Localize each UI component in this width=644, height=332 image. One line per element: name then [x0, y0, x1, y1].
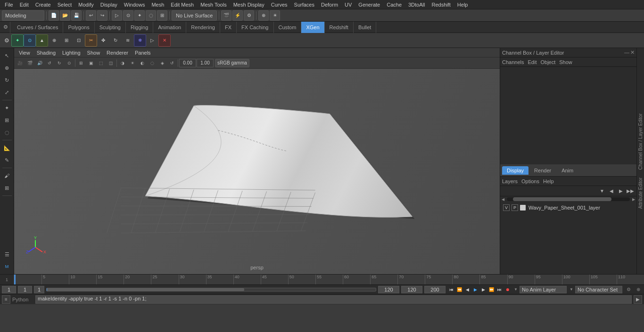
- workspace-dropdown[interactable]: Modeling: [2, 10, 44, 21]
- xgen-grab-btn[interactable]: ✤: [97, 34, 109, 47]
- menu-modify[interactable]: Modify: [75, 1, 96, 8]
- pb-play-fwd-btn[interactable]: ▶: [471, 286, 479, 293]
- vp-refresh-btn[interactable]: ↺: [167, 58, 177, 68]
- menu-create[interactable]: Create: [33, 1, 54, 8]
- light-btn[interactable]: ☀: [270, 10, 280, 21]
- cb-menu-show[interactable]: Show: [559, 59, 572, 65]
- cb-menu-object[interactable]: Object: [540, 59, 555, 65]
- xgen-create-btn[interactable]: ✦: [11, 34, 24, 47]
- tab-settings-btn[interactable]: ⚙: [1, 22, 10, 33]
- menu-uv[interactable]: UV: [342, 1, 355, 8]
- menu-edit[interactable]: Edit: [17, 1, 32, 8]
- select-btn[interactable]: ▷: [112, 10, 122, 21]
- pb-end-btn[interactable]: ⏭: [495, 286, 503, 293]
- xgen-delete-btn[interactable]: ✕: [158, 34, 171, 47]
- menu-windows[interactable]: Windows: [121, 1, 148, 8]
- layers-add-btn[interactable]: ▼: [598, 187, 606, 195]
- xgen-cut-btn[interactable]: ✂: [85, 34, 97, 47]
- menu-file[interactable]: File: [2, 1, 16, 8]
- vp-shaded-btn[interactable]: ◑: [118, 58, 127, 68]
- vp-smooth-btn[interactable]: ◫: [106, 58, 116, 68]
- range-start-input[interactable]: [34, 286, 44, 293]
- vp-ao-btn[interactable]: ◌: [148, 58, 157, 68]
- measure-btn[interactable]: 📐: [1, 142, 13, 154]
- tab-polygons[interactable]: Polygons: [63, 22, 94, 33]
- anim-layer-dropdown[interactable]: No Anim Layer: [520, 286, 567, 293]
- xgen-settings-btn[interactable]: ⚙: [2, 34, 11, 47]
- menu-surfaces[interactable]: Surfaces: [291, 1, 317, 8]
- menu-display[interactable]: Display: [98, 1, 120, 8]
- vp-cycle-btn[interactable]: ↺: [45, 58, 54, 68]
- select-tool-btn[interactable]: ↖: [1, 50, 13, 61]
- current-frame-input[interactable]: [2, 286, 16, 293]
- vp-menu-renderer[interactable]: Renderer: [104, 49, 131, 57]
- layers-menu-options[interactable]: Options: [521, 178, 539, 184]
- xgen-twist-btn[interactable]: ↻: [109, 34, 122, 47]
- current-frame-marker[interactable]: [14, 275, 16, 285]
- tab-redshift[interactable]: Redshift: [325, 22, 354, 33]
- menu-generate[interactable]: Generate: [355, 1, 383, 8]
- layers-scrollbar[interactable]: ◀ ▶: [500, 196, 636, 202]
- soft-mod-btn[interactable]: ◌: [1, 127, 13, 138]
- range-end-input[interactable]: [378, 286, 399, 293]
- scrollbar-track[interactable]: [507, 197, 630, 201]
- move-tool-btn[interactable]: ✦: [1, 102, 13, 113]
- snap-tool-btn[interactable]: ⊞: [1, 114, 13, 126]
- save-file-btn[interactable]: 💾: [71, 10, 82, 21]
- tab-curves-surfaces[interactable]: Curves / Surfaces: [12, 22, 63, 33]
- char-set-options-btn[interactable]: ⚙: [624, 286, 633, 293]
- xgen-comb-btn[interactable]: ⊕: [48, 34, 60, 47]
- playback-end-input[interactable]: [424, 286, 446, 293]
- ipr-btn[interactable]: ⚡: [232, 10, 243, 21]
- xgen-preview-btn[interactable]: ⊙: [24, 34, 36, 47]
- transform-tool-btn[interactable]: ⊕: [1, 62, 13, 73]
- panel-min-btn[interactable]: —: [624, 49, 629, 56]
- menu-mesh-display[interactable]: Mesh Display: [231, 1, 267, 8]
- tab-fx-caching[interactable]: FX Caching: [237, 22, 273, 33]
- 3d-scene[interactable]: [14, 69, 500, 274]
- vp-menu-panels[interactable]: Panels: [132, 49, 154, 57]
- char-set-dropdown-arrow[interactable]: ▼: [569, 286, 574, 293]
- layers-menu-layers[interactable]: Layers: [502, 178, 518, 184]
- vp-menu-shading[interactable]: Shading: [34, 49, 58, 57]
- panel-close-btn[interactable]: ✕: [630, 49, 635, 56]
- tab-sculpting[interactable]: Sculpting: [95, 22, 126, 33]
- layers-prev-btn[interactable]: ◀: [607, 187, 616, 195]
- render-settings-btn[interactable]: ⚙: [244, 10, 254, 21]
- subframe-input[interactable]: [18, 286, 32, 293]
- display-tab-render[interactable]: Render: [529, 166, 556, 175]
- menu-curves[interactable]: Curves: [268, 1, 290, 8]
- pb-next-key-btn[interactable]: ⏩: [487, 286, 495, 293]
- tab-rendering[interactable]: Rendering: [186, 22, 220, 33]
- xgen-push-btn[interactable]: ⊞: [60, 34, 73, 47]
- tab-rigging[interactable]: Rigging: [126, 22, 153, 33]
- menu-3dtoall[interactable]: 3DtoAll: [405, 1, 428, 8]
- scroll-left-arrow[interactable]: ◀: [500, 196, 506, 202]
- viewport-canvas[interactable]: persp X Y Z: [14, 69, 500, 274]
- vp-shadow-btn[interactable]: ◐: [138, 58, 147, 68]
- xgen-guide-btn[interactable]: ▲: [36, 34, 48, 47]
- pb-step-fwd-btn[interactable]: ▶: [479, 286, 487, 293]
- scale-tool-btn[interactable]: ⤢: [1, 87, 13, 98]
- menu-mesh-tools[interactable]: Mesh Tools: [198, 1, 229, 8]
- lasso-btn[interactable]: ⊙: [123, 10, 133, 21]
- edge-tab-attribute-editor[interactable]: Attribute Editor: [637, 174, 644, 212]
- redo-btn[interactable]: ↪: [97, 10, 107, 21]
- menu-edit-mesh[interactable]: Edit Mesh: [168, 1, 197, 8]
- menu-select[interactable]: Select: [55, 1, 75, 8]
- vp-poly-btn[interactable]: ▣: [86, 58, 96, 68]
- vp-audio-btn[interactable]: 🔊: [35, 58, 44, 68]
- tab-fx[interactable]: FX: [220, 22, 237, 33]
- cb-menu-edit[interactable]: Edit: [528, 59, 537, 65]
- layer-item-wavy[interactable]: V P Wavy_Paper_Sheet_001_layer: [501, 203, 636, 212]
- vp-menu-lighting[interactable]: Lighting: [59, 49, 83, 57]
- pb-record-btn[interactable]: ⏺: [504, 286, 511, 293]
- vp-grid-btn[interactable]: ⊞: [76, 58, 86, 68]
- tab-custom[interactable]: Custom: [274, 22, 302, 33]
- menu-help[interactable]: Help: [454, 1, 471, 8]
- menu-cache[interactable]: Cache: [384, 1, 405, 8]
- vp-film-btn[interactable]: 🎬: [25, 58, 34, 68]
- rotate-tool-btn[interactable]: ↻: [1, 74, 13, 86]
- bottom-right-icon[interactable]: ⊕: [635, 286, 642, 293]
- vp-tex-btn[interactable]: ◈: [157, 58, 167, 68]
